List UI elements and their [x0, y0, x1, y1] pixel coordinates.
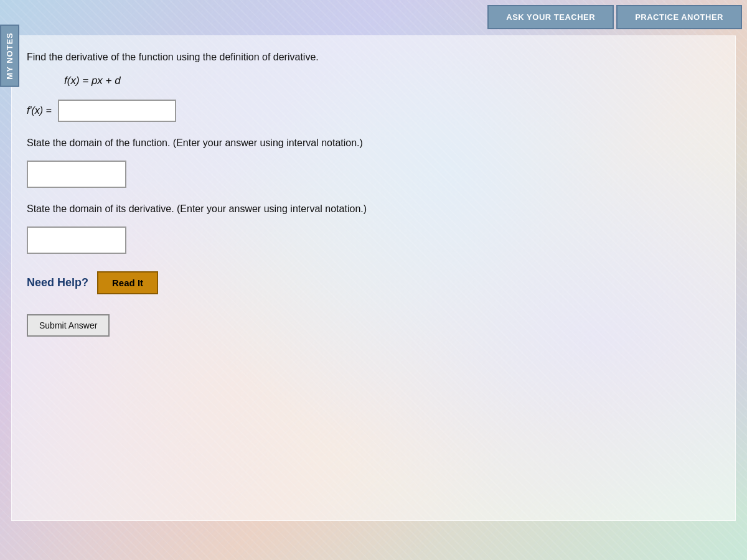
content-card: Find the derivative of the function usin…: [11, 35, 736, 521]
top-bar: ASK YOUR TEACHER PRACTICE ANOTHER: [0, 0, 747, 29]
need-help-row: Need Help? Read It: [27, 271, 718, 294]
need-help-label: Need Help?: [27, 276, 88, 289]
submit-row: Submit Answer: [27, 314, 718, 337]
domain-instruction: State the domain of the function. (Enter…: [27, 136, 718, 151]
read-it-button[interactable]: Read It: [97, 271, 158, 294]
derivative-input[interactable]: [58, 100, 176, 122]
domain-input[interactable]: [27, 161, 126, 188]
derivative-label: f'(x) =: [27, 105, 52, 116]
ask-teacher-button[interactable]: ASK YOUR TEACHER: [487, 5, 614, 29]
function-expression: f(x) = px + d: [64, 75, 718, 87]
my-notes-tab[interactable]: MY NOTES: [0, 25, 19, 87]
practice-another-button[interactable]: PRACTICE ANOTHER: [616, 5, 742, 29]
submit-answer-button[interactable]: Submit Answer: [27, 314, 110, 337]
derivative-row: f'(x) =: [27, 100, 718, 122]
deriv-domain-instruction: State the domain of its derivative. (Ent…: [27, 202, 718, 217]
domain-section: State the domain of the function. (Enter…: [27, 136, 718, 188]
deriv-domain-section: State the domain of its derivative. (Ent…: [27, 202, 718, 254]
problem-instruction: Find the derivative of the function usin…: [27, 50, 718, 65]
deriv-domain-input[interactable]: [27, 226, 126, 254]
